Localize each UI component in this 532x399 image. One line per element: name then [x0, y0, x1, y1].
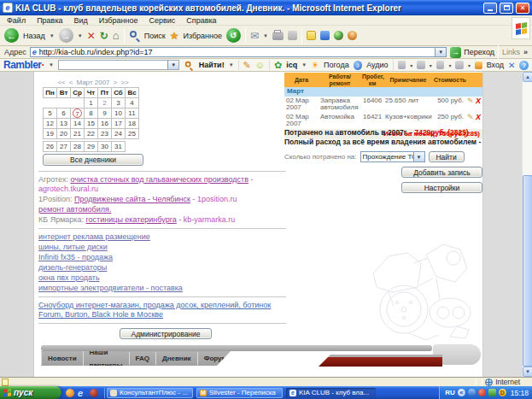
back-label[interactable]: Назад — [23, 32, 45, 40]
calendar-day-18[interactable]: 18 — [126, 119, 139, 129]
calendar-day-10[interactable]: 10 — [112, 109, 126, 119]
tray-icon-2[interactable] — [478, 389, 486, 396]
restore-button[interactable] — [500, 3, 513, 14]
text-link-5[interactable]: импортные электродвигатели - поставка — [38, 284, 286, 293]
calendar-day-30[interactable]: 30 — [98, 142, 112, 152]
address-dropdown-icon[interactable]: ▼ — [435, 48, 446, 56]
rambler-tool-dropdown-icon[interactable]: ▾ — [410, 62, 412, 68]
menu-item-2[interactable]: Вид — [74, 16, 88, 25]
login-label[interactable]: Вход — [487, 61, 504, 69]
calendar-day-22[interactable]: 22 — [85, 129, 98, 139]
text-link-0[interactable]: интернет реклама размещение — [38, 232, 286, 242]
audio-label[interactable]: Аудио — [366, 61, 388, 69]
rambler-help-icon[interactable]: ? — [519, 61, 529, 70]
minimize-button[interactable] — [483, 3, 497, 14]
back-dropdown-icon[interactable]: ▼ — [50, 33, 55, 38]
sponsor-anchor[interactable]: очистка сточных вод гальванических произ… — [70, 175, 248, 184]
links-chevron[interactable]: » — [523, 48, 528, 56]
rambler-tool-icon[interactable] — [398, 61, 406, 69]
delete-entry-icon[interactable]: X — [474, 113, 482, 121]
calendar-day-21[interactable]: 21 — [71, 129, 85, 139]
footer-tab-3[interactable]: Дневник — [155, 352, 197, 365]
calendar-day-17[interactable]: 17 — [112, 119, 126, 129]
text-link-4[interactable]: окна пвх продать — [38, 273, 286, 283]
rambler-find-icon[interactable] — [184, 60, 194, 69]
calendar-day-24[interactable]: 24 — [112, 129, 126, 139]
rambler-tool-dropdown-icon[interactable]: ▾ — [430, 62, 432, 68]
calendar-day-13[interactable]: 13 — [57, 119, 71, 129]
text-link-3[interactable]: дизель-генераторы — [38, 263, 286, 273]
task-button-0[interactable]: КонсультантПлюс - ... — [107, 388, 193, 398]
back-icon[interactable]: ← — [4, 28, 19, 43]
forward-icon[interactable]: → — [59, 28, 73, 43]
vertical-scrollbar[interactable]: ▲ ▼ — [522, 72, 532, 377]
tray-collapse-icon[interactable]: « — [458, 389, 465, 396]
rambler-tool-icon[interactable] — [417, 61, 425, 69]
close-button[interactable]: ✕ — [516, 3, 529, 14]
calendar-day-14[interactable]: 14 — [71, 119, 85, 129]
calendar-day-25[interactable]: 25 — [126, 129, 139, 139]
go-button[interactable]: → Переход — [450, 47, 494, 58]
home-icon[interactable]: ⌂ — [113, 29, 120, 42]
calendar-day-16[interactable]: 16 — [98, 119, 112, 129]
calendar-day-11[interactable]: 11 — [126, 109, 139, 119]
rambler-settings-icon[interactable]: ✕ — [508, 61, 515, 70]
edit-page-icon[interactable] — [288, 31, 297, 40]
menu-item-3[interactable]: Избранное — [99, 16, 138, 25]
scrollbar-thumb[interactable] — [523, 175, 532, 367]
calendar-day-31[interactable]: 31 — [112, 142, 126, 152]
scroll-up-icon[interactable]: ▲ — [523, 72, 532, 82]
rambler-logo-dropdown-icon[interactable]: ▼ — [49, 62, 54, 67]
task-button-1[interactable]: MSilvester - Переписка — [196, 388, 283, 398]
print-icon[interactable] — [272, 32, 284, 40]
history-icon[interactable]: ↺ — [226, 28, 241, 43]
text-link-2[interactable]: Infiniti fx35 - продажа — [38, 253, 286, 262]
admin-button[interactable]: Администрирование — [120, 328, 212, 339]
quick-launch-ie-icon[interactable]: e — [78, 389, 86, 397]
edit-entry-icon[interactable]: ✎ — [467, 113, 474, 121]
rambler-tool-dropdown-icon[interactable]: ▾ — [448, 62, 451, 68]
tray-icon-1[interactable] — [468, 389, 476, 396]
rambler-search-box[interactable]: ▼ — [58, 60, 179, 70]
menu-item-4[interactable]: Сервис — [149, 16, 175, 25]
calendar-day-8[interactable]: 8 — [85, 109, 98, 119]
rambler-logo[interactable]: Rambler· — [3, 59, 44, 71]
footer-tab-4[interactable]: Форум — [197, 352, 233, 365]
calendar-day-20[interactable]: 20 — [57, 129, 71, 139]
stop-icon[interactable]: ✕ — [87, 31, 96, 41]
task-button-2[interactable]: eKIA CLUB - клуб вла... — [286, 388, 376, 398]
weather-label[interactable]: Погода — [324, 61, 349, 69]
rambler-tool-dropdown-icon[interactable]: ▾ — [468, 62, 471, 68]
calendar-day-4[interactable]: 4 — [126, 98, 139, 109]
search-icon[interactable] — [129, 30, 140, 41]
spent-category-select[interactable]: Прохождение ТО ▼ — [360, 151, 425, 162]
favorites-label[interactable]: Избранное — [183, 32, 222, 40]
pencil-icon[interactable]: ✎ — [243, 61, 251, 70]
text-link-1[interactable]: шины, литые диски — [38, 243, 286, 252]
footer-tab-0[interactable]: Новости — [41, 352, 83, 365]
tray-icon-3[interactable] — [488, 389, 496, 396]
mail-icon[interactable]: ✉ — [250, 30, 259, 42]
calendar-day-6[interactable]: 6 — [57, 109, 71, 119]
audio-icon[interactable]: ♪ — [354, 61, 363, 70]
calendar-day-23[interactable]: 23 — [98, 129, 112, 139]
login-icon[interactable] — [475, 62, 482, 69]
links-label[interactable]: Links — [502, 48, 520, 56]
scroll-down-icon[interactable]: ▼ — [523, 367, 532, 377]
menu-item-1[interactable]: Правка — [37, 16, 62, 25]
footer-tab-2[interactable]: FAQ — [129, 352, 155, 365]
quick-launch-browser-icon[interactable] — [90, 389, 98, 397]
icq-label[interactable]: icq — [286, 61, 297, 69]
menu-item-5[interactable]: Справка — [186, 16, 216, 25]
calendar-day-26[interactable]: 26 — [44, 142, 57, 152]
sponsor-anchor[interactable]: ремонт автомобиля. — [38, 205, 111, 214]
forward-dropdown-icon[interactable]: ▼ — [78, 33, 83, 38]
calendar-day-5[interactable]: 5 — [44, 109, 57, 119]
select-dropdown-icon[interactable]: ▼ — [413, 152, 424, 161]
smiley-icon[interactable]: ☺ — [255, 61, 265, 70]
address-input[interactable]: e http://kia-club.ru/index.php?id=17 ▼ — [30, 47, 447, 57]
calendar-next-year[interactable]: >> — [120, 79, 128, 86]
weather-sun-icon[interactable]: ☀ — [311, 61, 319, 70]
rambler-find-label[interactable]: Найти! — [199, 61, 225, 69]
language-indicator[interactable]: RU — [445, 389, 455, 396]
